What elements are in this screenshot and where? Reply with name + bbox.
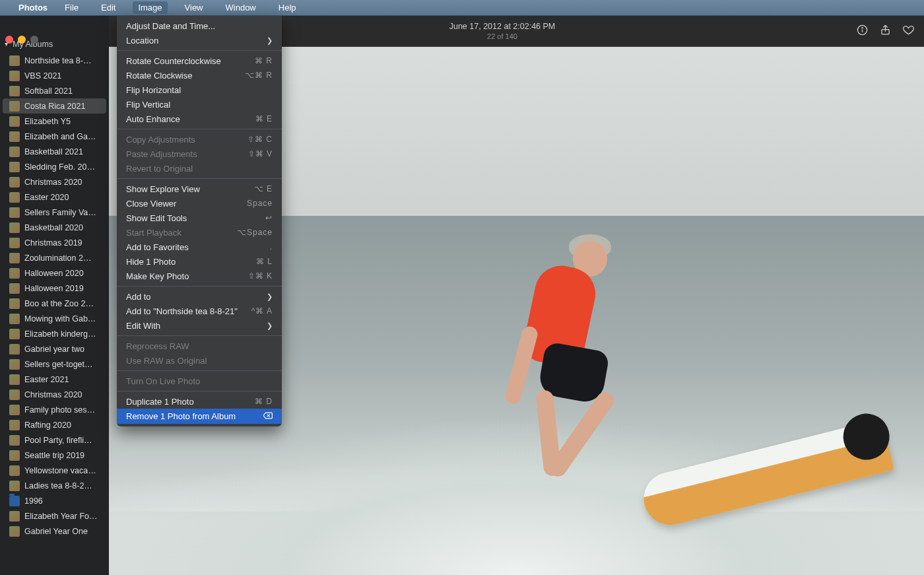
album-thumbnail-icon <box>9 147 20 157</box>
sidebar-album[interactable]: Basketball 2021 <box>0 144 109 159</box>
photo-illustration-person <box>500 226 612 438</box>
menu-item-shortcut: ⌘ D <box>255 397 273 406</box>
sidebar-album[interactable]: Mowing with Gab… <box>0 311 109 326</box>
sidebar-album[interactable]: Halloween 2020 <box>0 265 109 281</box>
menu-item[interactable]: Add to Favorites. <box>117 240 282 254</box>
menu-item[interactable]: Location❯ <box>117 33 282 48</box>
sidebar-album[interactable]: Rafting 2020 <box>0 417 109 432</box>
info-button[interactable] <box>856 24 869 38</box>
sidebar-album[interactable]: Christmas 2019 <box>0 235 109 250</box>
sidebar-album[interactable]: Elizabeth kinderg… <box>0 326 109 341</box>
sidebar-album[interactable]: Seattle trip 2019 <box>0 448 109 463</box>
menu-item: Reprocess RAW <box>117 339 282 353</box>
favorite-button[interactable] <box>902 24 915 38</box>
sidebar-album[interactable]: Gabriel Year One <box>0 524 109 539</box>
album-thumbnail-icon <box>9 389 20 400</box>
album-thumbnail-icon <box>9 465 20 476</box>
album-thumbnail-icon <box>9 55 20 66</box>
menu-item[interactable]: Flip Horizontal <box>117 83 282 97</box>
menu-image[interactable]: Image <box>133 1 167 14</box>
share-button[interactable] <box>879 24 892 38</box>
menu-item: Paste Adjustments⇧⌘ V <box>117 147 282 161</box>
sidebar-album[interactable]: Elizabeth Year Fo… <box>0 508 109 524</box>
sidebar-album[interactable]: Yellowstone vaca… <box>0 463 109 478</box>
album-thumbnail-icon <box>9 298 20 309</box>
sidebar-album[interactable]: Halloween 2019 <box>0 281 109 296</box>
menu-item[interactable]: Edit With❯ <box>117 318 282 333</box>
sidebar-album[interactable]: VBS 2021 <box>0 68 109 83</box>
sidebar-album[interactable]: Gabriel year two <box>0 341 109 356</box>
app-name[interactable]: Photos <box>18 3 48 13</box>
album-label: Elizabeth Y5 <box>24 117 71 126</box>
sidebar-album[interactable]: Elizabeth and Ga… <box>0 129 109 144</box>
menu-item[interactable]: Flip Vertical <box>117 97 282 112</box>
sidebar-album[interactable]: Sellers get-toget… <box>0 356 109 372</box>
menu-item-shortcut: ⇧⌘ C <box>248 135 273 144</box>
sidebar-album[interactable]: Sledding Feb. 20… <box>0 159 109 174</box>
album-thumbnail-icon <box>9 162 20 172</box>
menu-item: Use RAW as Original <box>117 353 282 368</box>
sidebar-album[interactable]: Softball 2021 <box>0 83 109 98</box>
menu-item[interactable]: Make Key Photo⇧⌘ K <box>117 269 282 283</box>
menu-item[interactable]: Rotate Counterclockwise⌘ R <box>117 53 282 68</box>
album-label: Basketball 2021 <box>24 147 83 156</box>
sidebar-album[interactable]: Sellers Family Va… <box>0 205 109 220</box>
sidebar-album[interactable]: Easter 2021 <box>0 372 109 387</box>
album-label: Zoolumination 2… <box>24 254 91 263</box>
menu-item[interactable]: Show Explore View⌥ E <box>117 182 282 196</box>
sidebar-album[interactable]: Pool Party, firefli… <box>0 432 109 448</box>
album-thumbnail-icon <box>9 329 20 339</box>
minimize-window-button[interactable] <box>18 36 26 44</box>
menu-item-shortcut: ⇧⌘ K <box>248 271 273 281</box>
menu-item-label: Remove 1 Photo from Album <box>126 411 236 421</box>
menu-help[interactable]: Help <box>273 1 302 14</box>
sidebar-album[interactable]: Northside tea 8-… <box>0 53 109 68</box>
album-thumbnail-icon <box>9 420 20 430</box>
menu-file[interactable]: File <box>59 1 84 14</box>
sidebar-album[interactable]: 1996 <box>0 493 109 508</box>
menu-item[interactable]: Adjust Date and Time... <box>117 18 282 33</box>
sidebar-album[interactable]: Boo at the Zoo 2… <box>0 296 109 311</box>
sidebar-album[interactable]: Costa Rica 2021 <box>3 98 106 114</box>
album-label: Mowing with Gab… <box>24 314 96 323</box>
menu-item[interactable]: Hide 1 Photo⌘ L <box>117 254 282 269</box>
sidebar-album[interactable]: Family photo ses… <box>0 402 109 417</box>
menu-item[interactable]: Show Edit Tools↩ <box>117 211 282 225</box>
sidebar-album[interactable]: Ladies tea 8-8-2… <box>0 478 109 493</box>
menu-item[interactable]: Auto Enhance⌘ E <box>117 112 282 126</box>
delete-icon <box>263 411 273 422</box>
menu-item-label: Add to "Northside tea 8-8-21" <box>126 306 238 316</box>
menu-view[interactable]: View <box>180 1 209 14</box>
menu-item-label: Duplicate 1 Photo <box>126 397 194 407</box>
album-label: Rafting 2020 <box>24 421 71 430</box>
menu-item[interactable]: Add to❯ <box>117 289 282 304</box>
album-label: Yellowstone vaca… <box>24 466 96 475</box>
sidebar-album[interactable]: Zoolumination 2… <box>0 250 109 265</box>
album-label: Elizabeth and Ga… <box>24 132 96 141</box>
menu-window[interactable]: Window <box>220 1 261 14</box>
album-thumbnail-icon <box>9 222 20 233</box>
menu-item-label: Start Playback <box>126 228 182 238</box>
album-label: Ladies tea 8-8-2… <box>24 481 92 490</box>
menu-edit[interactable]: Edit <box>96 1 121 14</box>
album-thumbnail-icon <box>9 344 20 355</box>
album-label: Sellers Family Va… <box>24 208 96 217</box>
sidebar-album[interactable]: Elizabeth Y5 <box>0 114 109 129</box>
menu-item-label: Show Explore View <box>126 184 200 194</box>
sidebar-album[interactable]: Christmas 2020 <box>0 174 109 189</box>
menu-item[interactable]: Duplicate 1 Photo⌘ D <box>117 394 282 409</box>
menu-item-shortcut: ^⌘ A <box>251 306 273 316</box>
menu-item[interactable]: Add to "Northside tea 8-8-21"^⌘ A <box>117 304 282 318</box>
album-label: Seattle trip 2019 <box>24 451 84 460</box>
photo-date: June 17, 2012 at 2:02:46 PM <box>449 21 556 32</box>
menu-item[interactable]: Rotate Clockwise⌥⌘ R <box>117 68 282 83</box>
menu-item[interactable]: Remove 1 Photo from Album <box>117 409 282 424</box>
close-window-button[interactable] <box>5 36 13 44</box>
album-label: Pool Party, firefli… <box>24 436 92 445</box>
menu-item[interactable]: Close ViewerSpace <box>117 196 282 211</box>
sidebar-album[interactable]: Basketball 2020 <box>0 220 109 235</box>
zoom-window-button[interactable] <box>30 36 38 44</box>
sidebar-album[interactable]: Easter 2020 <box>0 189 109 205</box>
menu-item-label: Reprocess RAW <box>126 341 189 351</box>
sidebar-album[interactable]: Christmas 2020 <box>0 387 109 402</box>
